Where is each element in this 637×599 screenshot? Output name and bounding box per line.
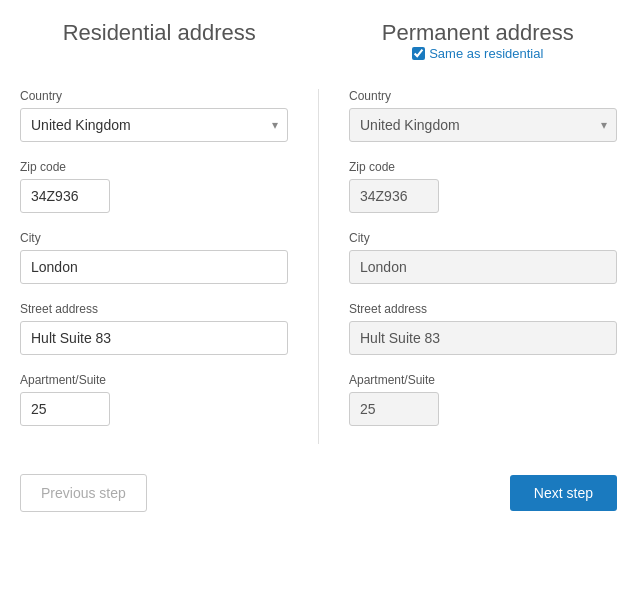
permanent-street-group: Street address [349, 302, 617, 355]
residential-street-input[interactable] [20, 321, 288, 355]
residential-apartment-group: Apartment/Suite [20, 373, 288, 426]
residential-country-label: Country [20, 89, 288, 103]
residential-city-label: City [20, 231, 288, 245]
permanent-title: Permanent address [382, 20, 574, 45]
column-divider [318, 89, 319, 444]
permanent-apartment-group: Apartment/Suite [349, 373, 617, 426]
permanent-city-group: City [349, 231, 617, 284]
residential-country-select-wrapper: United Kingdom United States France Germ… [20, 108, 288, 142]
residential-country-group: Country United Kingdom United States Fra… [20, 89, 288, 142]
residential-apartment-label: Apartment/Suite [20, 373, 288, 387]
residential-zip-group: Zip code [20, 160, 288, 213]
previous-step-button[interactable]: Previous step [20, 474, 147, 512]
permanent-zip-group: Zip code [349, 160, 617, 213]
permanent-city-label: City [349, 231, 617, 245]
residential-city-group: City [20, 231, 288, 284]
footer: Previous step Next step [20, 464, 617, 512]
permanent-country-select[interactable]: United Kingdom United States France Germ… [349, 108, 617, 142]
residential-zip-input[interactable] [20, 179, 110, 213]
residential-apartment-input[interactable] [20, 392, 110, 426]
permanent-column: Country United Kingdom United States Fra… [329, 89, 617, 444]
permanent-street-label: Street address [349, 302, 617, 316]
residential-city-input[interactable] [20, 250, 288, 284]
permanent-city-input[interactable] [349, 250, 617, 284]
residential-zip-label: Zip code [20, 160, 288, 174]
columns-header: Residential address Permanent address Sa… [20, 20, 617, 79]
permanent-apartment-label: Apartment/Suite [349, 373, 617, 387]
same-as-residential-label: Same as residential [429, 46, 543, 61]
residential-street-group: Street address [20, 302, 288, 355]
residential-country-select[interactable]: United Kingdom United States France Germ… [20, 108, 288, 142]
permanent-zip-label: Zip code [349, 160, 617, 174]
form-columns: Country United Kingdom United States Fra… [20, 89, 617, 444]
same-as-residential-checkbox[interactable] [412, 47, 425, 60]
permanent-country-select-wrapper: United Kingdom United States France Germ… [349, 108, 617, 142]
permanent-apartment-input[interactable] [349, 392, 439, 426]
permanent-street-input[interactable] [349, 321, 617, 355]
permanent-zip-input[interactable] [349, 179, 439, 213]
permanent-country-label: Country [349, 89, 617, 103]
residential-header: Residential address [20, 20, 319, 79]
permanent-country-group: Country United Kingdom United States Fra… [349, 89, 617, 142]
residential-street-label: Street address [20, 302, 288, 316]
next-step-button[interactable]: Next step [510, 475, 617, 511]
permanent-header: Permanent address Same as residential [319, 20, 618, 79]
page-container: Residential address Permanent address Sa… [20, 20, 617, 512]
residential-title: Residential address [63, 20, 256, 45]
residential-column: Country United Kingdom United States Fra… [20, 89, 308, 444]
same-as-residential-row: Same as residential [339, 46, 618, 61]
